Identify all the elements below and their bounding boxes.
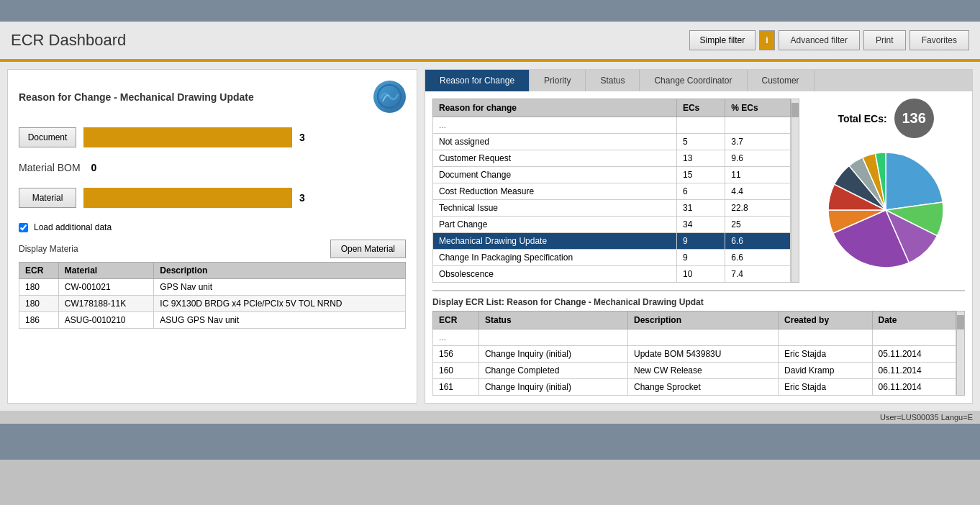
cell-ecs: 13 [676, 150, 725, 167]
reason-table-row[interactable]: Cost Reduction Measure 6 4.4 [433, 183, 791, 200]
status-text: User=LUS00035 Langu=E [880, 413, 973, 422]
col-ecr: ECR [19, 263, 59, 279]
cell-status: Change Completed [478, 363, 627, 379]
tab-customer[interactable]: Customer [748, 70, 815, 91]
reason-table-row[interactable]: ... [433, 117, 791, 134]
top-bar [0, 0, 980, 22]
cell-reason: Obsolescence [433, 266, 677, 283]
pct-ecs-col-header: % ECs [725, 99, 791, 117]
pie-segment [886, 153, 943, 210]
status-col: Status [478, 311, 627, 329]
cell-reason: Document Change [433, 167, 677, 183]
total-ecs-display: Total ECs: 136 [838, 99, 933, 138]
right-content: Reason for change ECs % ECs ... Not assi… [425, 91, 972, 290]
info-button[interactable]: i [759, 30, 774, 50]
cell-pct: 9.6 [725, 150, 791, 167]
reason-table-row[interactable]: Technical Issue 31 22.8 [433, 200, 791, 217]
material-button[interactable]: Material [19, 188, 76, 208]
cell-created-by: Eric Stajda [779, 346, 872, 363]
cell-ecs: 10 [676, 266, 725, 283]
favorites-button[interactable]: Favorites [909, 30, 969, 50]
reason-table-row[interactable]: Mechanical Drawing Update 9 6.6 [433, 233, 791, 250]
cell-pct: 6.6 [725, 233, 791, 250]
cell-description: IC 9X130D BRDG x4 PCle/PCIx 5V TOL NRND [154, 296, 406, 312]
simple-filter-button[interactable]: Simple filter [689, 30, 756, 50]
cell-reason: Cost Reduction Measure [433, 183, 677, 200]
table-row[interactable]: 180 CW-001021 GPS Nav unit [19, 279, 406, 296]
pie-chart [821, 145, 950, 275]
status-bar: User=LUS00035 Langu=E [0, 411, 980, 424]
cell-ecs: 9 [676, 250, 725, 266]
document-bar [83, 127, 292, 147]
cell-status [478, 329, 627, 346]
cell-ecs: 34 [676, 217, 725, 233]
display-section-header: Display Materia Open Material [19, 240, 406, 258]
tab-change-coordinator[interactable]: Change Coordinator [640, 70, 747, 91]
ecr-table-row[interactable]: 161 Change Inquiry (initial) Change Spro… [433, 379, 956, 396]
cell-pct: 11 [725, 167, 791, 183]
tab-priority[interactable]: Priority [530, 70, 586, 91]
header-row: ECR Dashboard Simple filter i Advanced f… [0, 22, 980, 59]
ecr-table-row[interactable]: 156 Change Inquiry (initial) Update BOM … [433, 346, 956, 363]
cell-material: CW178188-11K [58, 296, 154, 312]
tab-status[interactable]: Status [586, 70, 640, 91]
cell-description: Change Sprocket [628, 379, 779, 396]
tab-reason-for-change[interactable]: Reason for Change [425, 70, 530, 91]
cell-reason: Not assigned [433, 134, 677, 150]
ecr-table-row[interactable]: 160 Change Completed New CW Release Davi… [433, 363, 956, 379]
reason-table-section: Reason for change ECs % ECs ... Not assi… [432, 99, 799, 283]
cell-ecs: 15 [676, 167, 725, 183]
tabs-row: Reason for Change Priority Status Change… [425, 70, 972, 91]
table-row[interactable]: 180 CW178188-11K IC 9X130D BRDG x4 PCle/… [19, 296, 406, 312]
ecr-table-scrollbar[interactable] [956, 311, 965, 396]
date-col: Date [872, 311, 956, 329]
load-additional-checkbox[interactable] [19, 223, 28, 232]
left-panel-title: Reason for Change - Mechanical Drawing U… [19, 91, 254, 103]
cell-reason: Change In Packaging Specification [433, 250, 677, 266]
material-bom-row: Material BOM 0 [19, 162, 406, 173]
left-title: Reason for Change - Mechanical Drawing U… [19, 81, 406, 113]
material-table: ECR Material Description 180 CW-001021 G… [19, 262, 406, 329]
ecs-col-header: ECs [676, 99, 725, 117]
cell-material: ASUG-0010210 [58, 312, 154, 329]
cell-ecr: 180 [19, 296, 59, 312]
document-button[interactable]: Document [19, 127, 76, 147]
reason-table-with-scroll: Reason for change ECs % ECs ... Not assi… [432, 99, 799, 283]
col-description: Description [154, 263, 406, 279]
document-count: 3 [299, 132, 305, 143]
material-count: 3 [299, 192, 305, 204]
reason-table-scrollbar[interactable] [791, 99, 799, 283]
material-bar-row: Material 3 [19, 188, 406, 208]
reason-table-row[interactable]: Obsolescence 10 7.4 [433, 266, 791, 283]
cell-description: New CW Release [628, 363, 779, 379]
reason-table-row[interactable]: Part Change 34 25 [433, 217, 791, 233]
cell-ecs: 31 [676, 200, 725, 217]
cell-ecr: 186 [19, 312, 59, 329]
display-materia-label: Display Materia [19, 244, 78, 254]
reason-table-row[interactable]: Change In Packaging Specification 9 6.6 [433, 250, 791, 266]
reason-table: Reason for change ECs % ECs ... Not assi… [432, 99, 791, 283]
ecr-table-with-scroll: ECR Status Description Created by Date .… [432, 311, 965, 396]
cell-date: 05.11.2014 [872, 346, 956, 363]
reason-table-row[interactable]: Customer Request 13 9.6 [433, 150, 791, 167]
cell-reason: Technical Issue [433, 200, 677, 217]
header-buttons: Simple filter i Advanced filter Print Fa… [689, 30, 969, 50]
total-ecs-label: Total ECs: [838, 113, 886, 124]
cell-ecr: 180 [19, 279, 59, 296]
cell-date: 06.11.2014 [872, 363, 956, 379]
print-button[interactable]: Print [863, 30, 906, 50]
cell-status: Change Inquiry (initial) [478, 346, 627, 363]
material-bom-label: Material BOM [19, 162, 81, 173]
ecr-section: Display ECR List: Reason for Change - Me… [425, 291, 972, 403]
advanced-filter-button[interactable]: Advanced filter [779, 30, 860, 50]
material-bom-count: 0 [91, 162, 97, 173]
open-material-button[interactable]: Open Material [330, 240, 406, 258]
content-area: Reason for Change - Mechanical Drawing U… [0, 62, 980, 411]
ecr-table-row[interactable]: ... [433, 329, 956, 346]
reason-table-row[interactable]: Not assigned 5 3.7 [433, 134, 791, 150]
cell-pct: 6.6 [725, 250, 791, 266]
reason-table-row[interactable]: Document Change 15 11 [433, 167, 791, 183]
table-row[interactable]: 186 ASUG-0010210 ASUG GPS Nav unit [19, 312, 406, 329]
cell-ecs: 9 [676, 233, 725, 250]
cell-date [872, 329, 956, 346]
